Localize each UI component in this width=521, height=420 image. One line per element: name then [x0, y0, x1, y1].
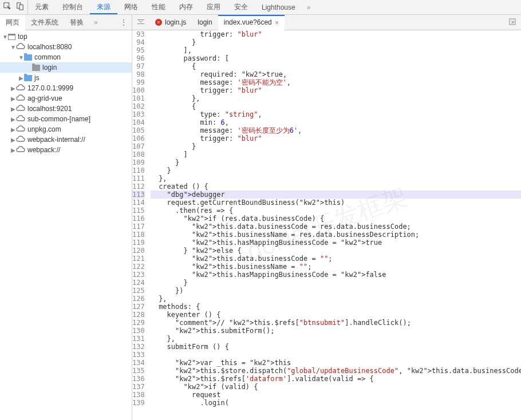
tree-item[interactable]: js	[0, 73, 132, 83]
cloud-icon	[16, 115, 25, 124]
tree-item[interactable]: common	[0, 52, 132, 62]
window-icon	[8, 34, 15, 40]
tree-label: localhost:8080	[27, 43, 72, 51]
error-icon: ×	[155, 19, 162, 26]
tree-item[interactable]: login	[0, 62, 132, 73]
svg-rect-3	[137, 19, 144, 20]
cloud-icon	[16, 105, 25, 113]
cloud-icon	[16, 136, 25, 144]
file-tab-label: index.vue?6ced	[224, 18, 272, 26]
tree-item[interactable]: localhost:8080	[0, 42, 132, 52]
tree-label: top	[18, 33, 27, 41]
devtools-toolbar: 元素控制台来源网络性能内存应用安全Lighthouse »	[0, 0, 521, 15]
folder-icon	[24, 54, 32, 61]
tree-label: 127.0.0.1:9999	[27, 84, 73, 92]
tree-label: login	[42, 64, 57, 72]
sub-tab-1[interactable]: 文件系统	[25, 15, 64, 30]
svg-rect-2	[19, 5, 23, 10]
tree-item[interactable]: webpack-internal://	[0, 134, 132, 145]
main-tab-0[interactable]: 元素	[28, 0, 56, 14]
tree-top[interactable]: top	[0, 31, 132, 42]
device-icon[interactable]	[16, 2, 24, 12]
folder-icon	[24, 75, 32, 81]
inspect-icon[interactable]	[3, 2, 11, 12]
tree-label: localhost:9201	[27, 105, 72, 113]
main-tab-2[interactable]: 来源	[90, 0, 117, 14]
main-tab-6[interactable]: 应用	[200, 0, 227, 14]
tree-label: unpkg.com	[27, 125, 61, 133]
tree-label: js	[34, 74, 40, 82]
sub-more-chevron[interactable]: »	[89, 18, 102, 26]
file-tab-1[interactable]: login	[192, 15, 218, 30]
svg-rect-4	[137, 23, 144, 24]
cloud-icon	[16, 94, 25, 103]
cloud-icon	[16, 84, 25, 93]
code-editor[interactable]: 9394959697989910010110210310410510610710…	[132, 30, 521, 420]
tree-label: webpack://	[27, 146, 60, 154]
tree-label: ag-grid-vue	[27, 94, 62, 102]
kebab-icon[interactable]: ⋮	[116, 18, 132, 26]
tree-item[interactable]: localhost:9201	[0, 104, 132, 114]
main-tab-3[interactable]: 网络	[117, 0, 145, 14]
nav-icon[interactable]	[132, 18, 149, 27]
tree-item[interactable]: sub-common-[name]	[0, 114, 132, 124]
tree-item[interactable]: ag-grid-vue	[0, 93, 132, 104]
tree-item[interactable]: 127.0.0.1:9999	[0, 83, 132, 93]
file-tab-label: login.js	[165, 18, 186, 26]
main-tab-7[interactable]: 安全	[227, 0, 255, 14]
overflow-icon[interactable]	[504, 18, 521, 27]
close-icon[interactable]: ×	[275, 18, 279, 27]
tree-item[interactable]: unpkg.com	[0, 124, 132, 134]
main-tab-8[interactable]: Lighthouse	[255, 0, 302, 14]
tree-label: webpack-internal://	[27, 136, 85, 144]
sub-tab-2[interactable]: 替换	[64, 15, 89, 30]
main-tab-5[interactable]: 内存	[172, 0, 200, 14]
file-tab-label: login	[198, 18, 212, 26]
cloud-icon	[16, 125, 25, 134]
tree-label: sub-common-[name]	[27, 115, 90, 123]
cloud-icon	[16, 43, 25, 51]
file-tab-0[interactable]: ×login.js	[149, 15, 192, 30]
main-tab-4[interactable]: 性能	[145, 0, 172, 14]
tree-item[interactable]: webpack://	[0, 145, 132, 155]
cloud-icon	[16, 146, 25, 154]
file-icon	[32, 65, 40, 71]
tree-label: common	[34, 53, 61, 61]
file-tree[interactable]: top localhost:8080commonloginjs127.0.0.1…	[0, 30, 132, 420]
sub-tab-0[interactable]: 网页	[0, 15, 25, 30]
more-tabs-chevron[interactable]: »	[302, 3, 315, 11]
sub-toolbar: 网页文件系统替换 » ⋮ ×login.jsloginindex.vue?6ce…	[0, 15, 521, 30]
main-tab-1[interactable]: 控制台	[56, 0, 90, 14]
file-tab-2[interactable]: index.vue?6ced×	[218, 15, 285, 30]
